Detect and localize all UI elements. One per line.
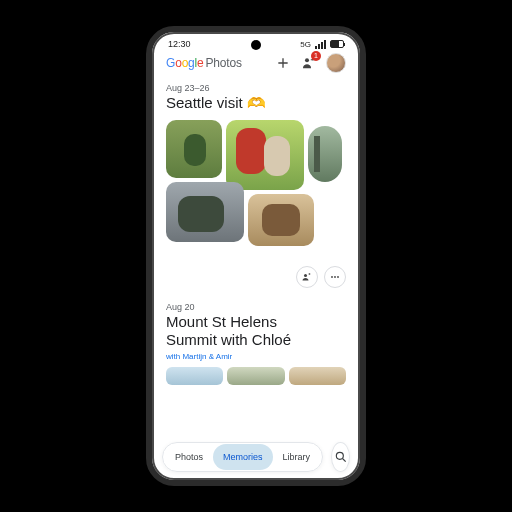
add-button[interactable] (274, 54, 292, 72)
memory-title-line: Summit with Chloé (166, 331, 291, 348)
signal-icon (315, 40, 326, 49)
memory-date: Aug 20 (166, 302, 346, 312)
photo-tile[interactable] (227, 367, 284, 385)
memories-feed[interactable]: Aug 23–26 Seattle visit 🫶 Aug 20 Mount S… (152, 83, 360, 439)
front-camera (251, 40, 261, 50)
photo-collage-peek[interactable] (166, 367, 346, 385)
svg-point-5 (336, 452, 343, 459)
memory-title[interactable]: Mount St Helens Summit with Chloé (166, 313, 346, 349)
battery-icon (330, 40, 344, 48)
memory-title-line: Mount St Helens (166, 313, 277, 330)
more-options-button[interactable] (324, 266, 346, 288)
photo-tile[interactable] (166, 120, 222, 178)
phone-frame: 12:30 5G GooglePhotos 1 Aug 23–26 Seattl… (146, 26, 366, 486)
status-time: 12:30 (168, 39, 191, 49)
photo-tile[interactable] (248, 194, 314, 246)
memory-with-people[interactable]: with Martijn & Amir (166, 352, 346, 361)
share-memory-button[interactable] (296, 266, 318, 288)
nav-photos[interactable]: Photos (165, 444, 213, 470)
photo-collage[interactable] (166, 120, 346, 260)
notification-badge: 1 (311, 51, 321, 61)
bottom-nav: Photos Memories Library (152, 442, 360, 472)
account-avatar[interactable] (326, 53, 346, 73)
photo-tile[interactable] (166, 367, 223, 385)
nav-library[interactable]: Library (273, 444, 321, 470)
svg-point-4 (337, 276, 339, 278)
nav-memories[interactable]: Memories (213, 444, 273, 470)
svg-point-1 (304, 274, 307, 277)
search-icon (334, 450, 348, 464)
plus-icon (275, 55, 291, 71)
sharing-button[interactable]: 1 (300, 54, 318, 72)
more-horizontal-icon (329, 271, 341, 283)
photo-tile[interactable] (166, 182, 244, 242)
app-bar: GooglePhotos 1 (152, 51, 360, 79)
photo-tile[interactable] (308, 126, 342, 182)
google-photos-logo[interactable]: GooglePhotos (166, 56, 242, 70)
svg-point-0 (305, 58, 309, 62)
photo-tile[interactable] (226, 120, 304, 190)
memory-title[interactable]: Seattle visit 🫶 (166, 94, 346, 112)
person-add-icon (301, 271, 313, 283)
search-button[interactable] (331, 442, 350, 472)
status-network-label: 5G (300, 40, 311, 49)
memory-date: Aug 23–26 (166, 83, 346, 93)
photo-tile[interactable] (289, 367, 346, 385)
svg-point-3 (334, 276, 336, 278)
svg-point-2 (331, 276, 333, 278)
